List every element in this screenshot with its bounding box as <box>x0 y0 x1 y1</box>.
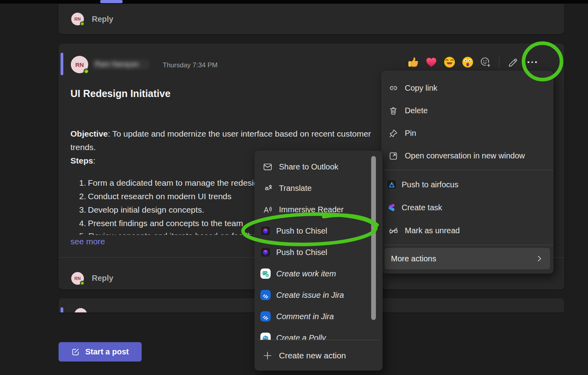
avatar-initials: RN <box>74 17 81 21</box>
glasses-off-icon <box>388 225 398 236</box>
submenu-item-label: Create work item <box>276 269 336 278</box>
list-item: Conduct research on modern UI trends <box>88 192 231 201</box>
jira-app-icon <box>260 290 271 300</box>
author-name-blurred: Ram Narayan <box>92 59 149 69</box>
airfocus-app-icon <box>387 179 397 190</box>
submenu-item-label: Comment in Jira <box>276 312 334 321</box>
post-timestamp: Thursday 7:34 PM <box>163 61 218 69</box>
submenu-item-label: Translate <box>279 184 312 193</box>
presence-available-icon <box>80 281 85 286</box>
menu-item-copy-link[interactable]: Copy link <box>381 77 554 99</box>
menu-item-label: Pin <box>405 129 416 138</box>
avatar: RN <box>71 272 84 285</box>
post-title: UI Redesign Initiative <box>70 88 171 99</box>
immersive-reader-icon <box>262 204 273 215</box>
azure-boards-app-icon <box>260 268 271 279</box>
submenu-item-label: Create a Polly <box>276 333 326 340</box>
menu-item-label: More actions <box>391 254 535 263</box>
steps-colon: : <box>93 156 95 165</box>
polly-app-icon <box>260 333 271 340</box>
body-line: Objective: To update and modernize the u… <box>70 129 371 139</box>
reaction-toolbar <box>407 56 540 69</box>
see-more-link[interactable]: see more <box>70 237 105 246</box>
submenu-item-label: Create issue in Jira <box>276 291 344 300</box>
submenu-item-label: Immersive Reader <box>279 205 343 214</box>
divider <box>499 56 499 68</box>
objective-label: Objective <box>70 129 108 138</box>
submenu-item-label: Push to Chisel <box>276 227 327 236</box>
submenu-item-share-to-outlook[interactable]: Share to Outlook <box>254 156 383 177</box>
chevron-right-icon <box>535 254 544 263</box>
active-tab-indicator <box>100 0 123 3</box>
plus-icon <box>262 350 273 361</box>
surprised-reaction-icon[interactable] <box>461 56 474 69</box>
trash-icon <box>388 106 398 116</box>
submenu-item-label: Push to Chisel <box>276 248 327 257</box>
unread-accent-bar <box>61 307 63 312</box>
chisel-app-icon <box>260 226 271 236</box>
submenu-item-push-to-chisel-2[interactable]: Push to Chisel <box>254 242 383 263</box>
avatar-initials: RN <box>75 61 84 68</box>
presence-available-icon <box>83 69 89 74</box>
submenu-item-label: Create new action <box>279 351 346 360</box>
list-item: Present findings and concepts to the tea… <box>88 219 243 228</box>
window-top-strip <box>0 0 588 4</box>
list-item: Develop initial design concepts. <box>88 205 204 215</box>
submenu-item-immersive-reader[interactable]: Immersive Reader <box>254 199 383 220</box>
steps-label: Steps <box>70 156 93 165</box>
open-new-window-icon <box>388 151 398 161</box>
submenu-item-label: Share to Outlook <box>279 162 338 171</box>
more-actions-submenu: Share to Outlook Translate Immersive Rea… <box>254 150 383 371</box>
menu-item-pin[interactable]: Pin <box>381 122 554 145</box>
link-icon <box>388 83 398 93</box>
heart-reaction-icon[interactable] <box>425 56 438 69</box>
list-number: 1. <box>79 178 86 188</box>
list-number: 2. <box>79 192 86 201</box>
submenu-item-create-new-action[interactable]: Create new action <box>254 340 383 371</box>
submenu-item-comment-in-jira[interactable]: Comment in Jira <box>254 306 383 327</box>
submenu-item-create-a-polly[interactable]: Create a Polly <box>254 327 383 340</box>
menu-item-mark-as-unread[interactable]: Mark as unread <box>381 219 554 242</box>
reply-button[interactable]: Reply <box>92 15 113 24</box>
menu-item-more-actions[interactable]: More actions <box>385 248 550 269</box>
objective-text: : To update and modernize the user inter… <box>108 129 371 138</box>
message-context-menu: Copy link Delete Pin Open conversation i… <box>381 70 554 274</box>
list-number: 4. <box>79 219 86 228</box>
menu-item-label: Create task <box>402 203 442 212</box>
menu-item-delete[interactable]: Delete <box>381 99 554 122</box>
divider <box>381 170 554 170</box>
chisel-app-icon <box>260 247 271 257</box>
body-line: trends. <box>70 143 96 152</box>
menu-item-label: Delete <box>405 106 428 115</box>
menu-item-label: Mark as unread <box>405 226 460 235</box>
menu-item-label: Copy link <box>405 84 437 93</box>
list-number: 3. <box>79 205 86 215</box>
menu-item-create-task[interactable]: Create task <box>381 196 554 219</box>
submenu-item-create-issue-in-jira[interactable]: Create issue in Jira <box>254 284 383 306</box>
laughing-reaction-icon[interactable] <box>443 56 456 69</box>
submenu-item-create-work-item[interactable]: Create work item <box>254 263 383 284</box>
add-reaction-icon[interactable] <box>480 56 491 68</box>
thread-reply-card[interactable]: RN Reply <box>59 4 564 34</box>
edit-pen-icon[interactable] <box>507 56 519 68</box>
start-a-post-button[interactable]: Start a post <box>59 342 142 362</box>
tasks-app-icon <box>387 202 397 213</box>
menu-item-open-conversation[interactable]: Open conversation in new window <box>381 145 554 167</box>
unread-accent-bar <box>61 53 63 75</box>
start-a-post-label: Start a post <box>85 347 129 356</box>
avatar-initials: RN <box>74 276 81 281</box>
reply-button[interactable]: Reply <box>92 274 113 283</box>
thumbs-up-reaction-icon[interactable] <box>407 56 419 69</box>
more-options-button[interactable] <box>524 61 540 63</box>
translate-icon <box>262 183 273 193</box>
submenu-item-push-to-chisel-1[interactable]: Push to Chisel <box>254 220 383 242</box>
menu-item-push-to-airfocus[interactable]: Push to airfocus <box>381 173 554 196</box>
submenu-scrollbar[interactable] <box>371 156 376 320</box>
pin-icon <box>388 128 398 139</box>
submenu-item-translate[interactable]: Translate <box>254 177 383 199</box>
envelope-icon <box>262 162 273 172</box>
list-item: Form a dedicated team to manage the rede… <box>88 178 263 188</box>
body-line: Steps: <box>70 156 95 166</box>
author-avatar[interactable]: RN <box>71 56 88 73</box>
presence-available-icon <box>80 21 85 26</box>
